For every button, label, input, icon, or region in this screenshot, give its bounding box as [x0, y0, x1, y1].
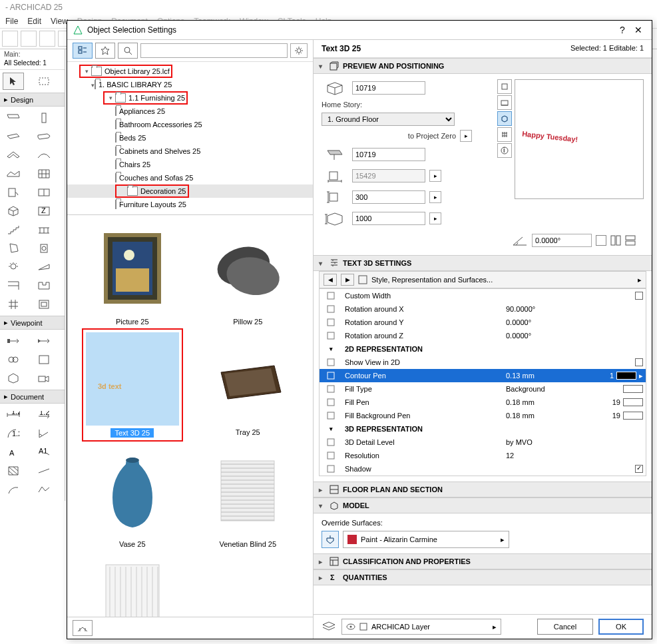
tree-item[interactable]: ▾1.1 Furnishing 25: [67, 91, 313, 105]
surface-select[interactable]: Paint - Alizarin Carmine ▸: [343, 531, 509, 548]
tool-elevation[interactable]: [33, 332, 55, 350]
tool-radial[interactable]: 1.2: [3, 425, 24, 442]
tool-marquee[interactable]: [33, 73, 55, 90]
z2-input[interactable]: [352, 212, 425, 225]
toolbar-btn[interactable]: [2, 31, 18, 47]
help-button[interactable]: ?: [614, 23, 630, 37]
tool-door[interactable]: [3, 184, 24, 201]
tool-wall[interactable]: [3, 109, 24, 127]
tree-item[interactable]: Bathroom Accessories 25: [67, 118, 313, 131]
angle-input[interactable]: [532, 234, 592, 247]
tool-fill[interactable]: [3, 462, 24, 480]
y-link-button[interactable]: ▸: [429, 191, 441, 203]
ok-button[interactable]: OK: [598, 619, 644, 635]
tool-dim[interactable]: 1.2: [3, 406, 24, 424]
browse-mode-button[interactable]: [73, 43, 93, 59]
thumbnail-item[interactable]: Venetian Blind 25: [194, 444, 303, 548]
tool-ie[interactable]: [3, 351, 24, 368]
section-document[interactable]: ▸Document: [0, 390, 65, 404]
favorites-mode-button[interactable]: [95, 43, 115, 59]
tool-stair[interactable]: [3, 221, 24, 238]
tool-skylight[interactable]: [33, 258, 55, 276]
toolbar-btn[interactable]: [21, 31, 37, 47]
tool-morph[interactable]: [3, 240, 24, 257]
settings-row[interactable]: Rotation around X90.0000°: [320, 302, 646, 316]
settings-row[interactable]: Shadow: [320, 462, 646, 476]
thumbnail-item[interactable]: [78, 555, 187, 617]
tool-object[interactable]: [3, 202, 24, 220]
nav-prev-button[interactable]: ◀: [324, 274, 337, 286]
settings-gear-button[interactable]: [290, 43, 308, 58]
thumbnail-item[interactable]: Picture 25: [78, 222, 187, 326]
section-preview[interactable]: ▾ PREVIEW AND POSITIONING: [314, 58, 652, 74]
settings-row[interactable]: Custom Width: [320, 289, 646, 302]
tool-camera[interactable]: [33, 370, 55, 387]
thumbnail-item[interactable]: Pillow 25: [194, 222, 303, 326]
tool-column[interactable]: [33, 109, 55, 127]
settings-row[interactable]: Rotation around Y0.0000°: [320, 316, 646, 329]
cancel-button[interactable]: Cancel: [537, 619, 593, 635]
tool-section[interactable]: [3, 332, 24, 350]
tree-item[interactable]: Furniture Layouts 25: [67, 198, 313, 211]
thumbnail-item[interactable]: Tray 25: [194, 332, 303, 438]
settings-group[interactable]: ▾2D REPRESENTATION: [320, 342, 646, 356]
mirror-checkbox[interactable]: [596, 235, 606, 246]
tool-label[interactable]: A1: [33, 444, 55, 461]
tool-corner[interactable]: [3, 277, 24, 294]
project-zero-button[interactable]: ▸: [460, 130, 472, 142]
tool-roof[interactable]: [3, 147, 24, 164]
tree-item[interactable]: Appliances 25: [67, 105, 313, 118]
tool-3dcut[interactable]: [3, 370, 24, 387]
tool-detail[interactable]: [33, 296, 55, 313]
z2-link-button[interactable]: ▸: [429, 212, 441, 224]
y-input[interactable]: [352, 190, 425, 204]
view-info-button[interactable]: i: [497, 143, 512, 158]
tree-item[interactable]: Chairs 25: [67, 158, 313, 171]
tool-arc[interactable]: [3, 481, 24, 498]
view-side-button[interactable]: [497, 127, 512, 142]
tool-arrow[interactable]: [3, 73, 24, 90]
thumbnail-item[interactable]: Vase 25: [78, 444, 187, 548]
tool-text[interactable]: A: [3, 444, 24, 461]
search-input[interactable]: [140, 43, 288, 58]
view-top-button[interactable]: [497, 79, 512, 94]
settings-row[interactable]: Rotation around Z0.0000°: [320, 329, 646, 342]
tool-zone[interactable]: Z: [33, 202, 55, 220]
settings-row[interactable]: Fill Pen0.18 mm19: [320, 396, 646, 409]
surface-lock-button[interactable]: [322, 531, 339, 548]
tool-angle[interactable]: [33, 425, 55, 442]
z-input[interactable]: [352, 148, 425, 161]
tool-level[interactable]: 1.2: [33, 406, 55, 424]
tree-item[interactable]: ▾1. BASIC LIBRARY 25: [67, 78, 313, 91]
toolbar-btn[interactable]: [39, 31, 55, 47]
settings-row[interactable]: 3D Detail Levelby MVO: [320, 436, 646, 449]
tool-slab[interactable]: [3, 128, 24, 145]
search-mode-button[interactable]: [118, 43, 138, 59]
tree-item[interactable]: ▾Object Library 25.lcf: [67, 65, 313, 78]
menu-view[interactable]: View: [51, 17, 68, 26]
subheader-more[interactable]: ▸: [638, 276, 642, 284]
section-classification[interactable]: ▸ CLASSIFICATION AND PROPERTIES: [314, 553, 652, 569]
view-front-button[interactable]: [497, 95, 512, 110]
tool-opening[interactable]: [33, 240, 55, 257]
section-text3d[interactable]: ▾ TEXT 3D SETTINGS: [314, 255, 652, 271]
tree-item[interactable]: Couches and Sofas 25: [67, 171, 313, 184]
tool-lamp[interactable]: [3, 258, 24, 276]
thumbnail-item[interactable]: 3d textText 3D 25: [78, 332, 187, 438]
settings-row[interactable]: Show View in 2D: [320, 356, 646, 369]
section-floorplan[interactable]: ▸ FLOOR PLAN AND SECTION: [314, 482, 652, 497]
view-3d-button[interactable]: [497, 111, 512, 126]
tool-profile[interactable]: [33, 277, 55, 294]
settings-row[interactable]: Contour Pen0.13 mm1▸: [320, 369, 646, 382]
layer-select[interactable]: ARCHICAD Layer ▸: [341, 619, 501, 635]
tool-window[interactable]: [33, 184, 55, 201]
section-model[interactable]: ▾ MODEL: [314, 497, 652, 513]
tool-line[interactable]: [33, 462, 55, 480]
tool-curtain[interactable]: [33, 165, 55, 182]
preview-canvas[interactable]: Happy Tuesday!: [515, 79, 644, 199]
tree-item[interactable]: Decoration 25: [67, 184, 313, 198]
home-story-select[interactable]: 1. Ground Floor: [322, 113, 455, 126]
section-quantities[interactable]: ▸ Σ QUANTITIES: [314, 569, 652, 585]
tool-poly[interactable]: [33, 481, 55, 498]
tool-grid[interactable]: [3, 296, 24, 313]
